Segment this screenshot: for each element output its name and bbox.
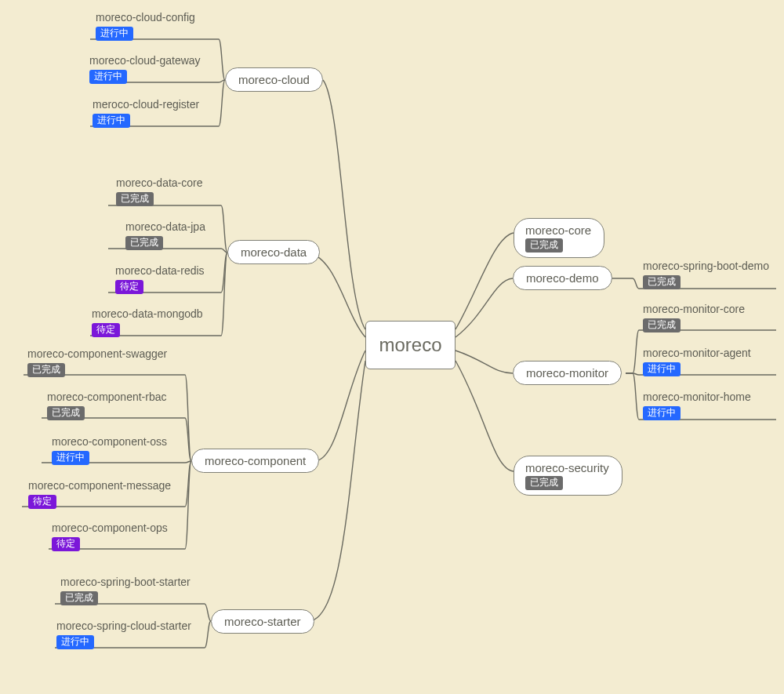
leaf-label: moreco-component-rbac <box>47 391 167 403</box>
leaf-label: moreco-spring-boot-starter <box>60 576 191 588</box>
status-tag-progress: 进行中 <box>96 27 133 41</box>
leaf-component-swagger[interactable]: moreco-component-swagger 已完成 <box>27 347 167 377</box>
branch-security[interactable]: moreco-security 已完成 <box>514 456 622 496</box>
leaf-monitor-core[interactable]: moreco-monitor-core 已完成 <box>643 303 745 332</box>
branch-label: moreco-demo <box>526 271 599 285</box>
status-tag-progress: 进行中 <box>56 635 94 649</box>
status-tag-progress: 进行中 <box>643 362 681 376</box>
leaf-starter-boot[interactable]: moreco-spring-boot-starter 已完成 <box>60 576 191 605</box>
leaf-data-core[interactable]: moreco-data-core 已完成 <box>116 176 203 206</box>
leaf-monitor-agent[interactable]: moreco-monitor-agent 进行中 <box>643 347 751 376</box>
branch-label: moreco-component <box>205 454 306 467</box>
status-tag-progress: 进行中 <box>643 406 681 420</box>
branch-core[interactable]: moreco-core 已完成 <box>514 218 604 258</box>
leaf-starter-cloud[interactable]: moreco-spring-cloud-starter 进行中 <box>56 620 191 649</box>
status-tag-done: 已完成 <box>643 275 681 289</box>
leaf-cloud-gateway[interactable]: moreco-cloud-gateway 进行中 <box>89 54 201 84</box>
leaf-data-jpa[interactable]: moreco-data-jpa 已完成 <box>125 220 205 250</box>
status-tag-done: 已完成 <box>125 236 163 250</box>
status-tag-done: 已完成 <box>116 192 154 206</box>
leaf-label: moreco-data-redis <box>115 264 205 277</box>
leaf-component-rbac[interactable]: moreco-component-rbac 已完成 <box>47 391 167 420</box>
branch-label: moreco-security <box>525 461 609 474</box>
branch-label: moreco-monitor <box>526 366 608 380</box>
leaf-label: moreco-data-core <box>116 176 203 189</box>
root-label: moreco <box>379 334 441 356</box>
leaf-label: moreco-cloud-config <box>96 11 195 24</box>
branch-label: moreco-data <box>241 245 307 259</box>
status-tag-progress: 进行中 <box>89 70 127 84</box>
leaf-label: moreco-cloud-gateway <box>89 54 201 67</box>
status-tag-pending: 待定 <box>115 280 143 294</box>
leaf-data-mongodb[interactable]: moreco-data-mongodb 待定 <box>92 307 203 337</box>
leaf-label: meroco-cloud-register <box>93 98 199 111</box>
leaf-label: moreco-data-jpa <box>125 220 205 233</box>
branch-demo[interactable]: moreco-demo <box>513 266 612 290</box>
leaf-label: moreco-component-message <box>28 479 171 492</box>
status-tag-done: 已完成 <box>643 318 681 332</box>
branch-cloud[interactable]: moreco-cloud <box>225 67 323 92</box>
leaf-demo-boot[interactable]: moreco-spring-boot-demo 已完成 <box>643 260 769 289</box>
branch-label: moreco-core <box>525 223 591 237</box>
leaf-label: moreco-component-oss <box>52 435 167 448</box>
leaf-label: moreco-monitor-home <box>643 391 751 403</box>
status-tag-done: 已完成 <box>525 238 563 253</box>
branch-component[interactable]: moreco-component <box>191 449 319 473</box>
leaf-label: moreco-data-mongodb <box>92 307 203 320</box>
leaf-component-message[interactable]: moreco-component-message 待定 <box>28 479 171 509</box>
status-tag-progress: 进行中 <box>52 451 89 465</box>
status-tag-done: 已完成 <box>47 406 85 420</box>
branch-starter[interactable]: moreco-starter <box>211 609 314 634</box>
leaf-component-oss[interactable]: moreco-component-oss 进行中 <box>52 435 167 465</box>
leaf-label: moreco-component-ops <box>52 521 168 534</box>
leaf-monitor-home[interactable]: moreco-monitor-home 进行中 <box>643 391 751 420</box>
leaf-label: moreco-spring-cloud-starter <box>56 620 191 632</box>
branch-monitor[interactable]: moreco-monitor <box>513 361 622 385</box>
status-tag-done: 已完成 <box>27 363 65 377</box>
status-tag-pending: 待定 <box>92 323 120 337</box>
leaf-cloud-register[interactable]: meroco-cloud-register 进行中 <box>93 98 199 128</box>
leaf-cloud-config[interactable]: moreco-cloud-config 进行中 <box>96 11 195 41</box>
leaf-label: moreco-monitor-core <box>643 303 745 315</box>
status-tag-pending: 待定 <box>28 495 56 509</box>
status-tag-done: 已完成 <box>525 476 563 490</box>
status-tag-done: 已完成 <box>60 591 98 605</box>
leaf-component-ops[interactable]: moreco-component-ops 待定 <box>52 521 168 551</box>
status-tag-pending: 待定 <box>52 537 80 551</box>
branch-label: moreco-cloud <box>238 73 310 86</box>
branch-data[interactable]: moreco-data <box>227 240 320 264</box>
leaf-label: moreco-monitor-agent <box>643 347 751 359</box>
root-node[interactable]: moreco <box>365 321 456 369</box>
leaf-data-redis[interactable]: moreco-data-redis 待定 <box>115 264 205 294</box>
status-tag-progress: 进行中 <box>93 114 130 128</box>
branch-label: moreco-starter <box>224 615 301 628</box>
leaf-label: moreco-component-swagger <box>27 347 167 360</box>
leaf-label: moreco-spring-boot-demo <box>643 260 769 272</box>
